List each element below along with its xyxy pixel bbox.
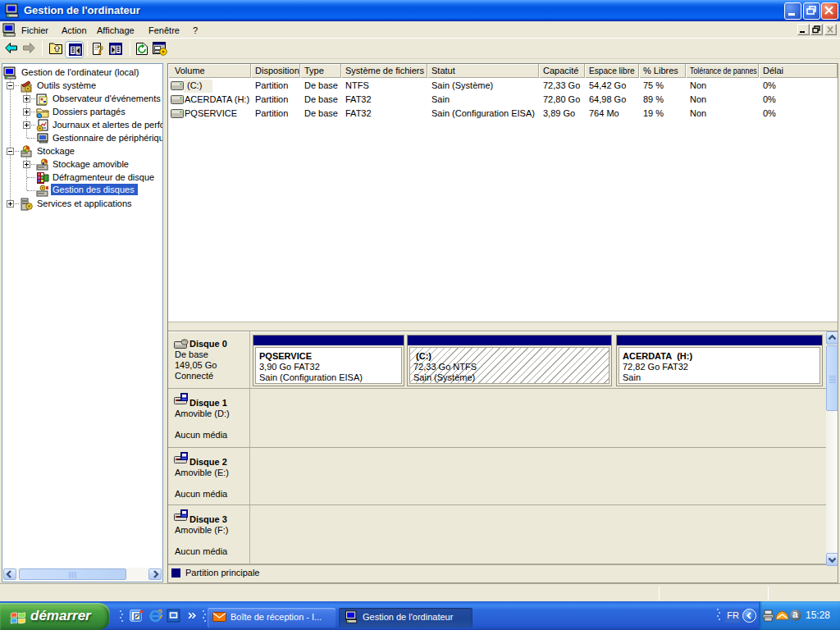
svg-text:?: ?: [98, 43, 104, 57]
